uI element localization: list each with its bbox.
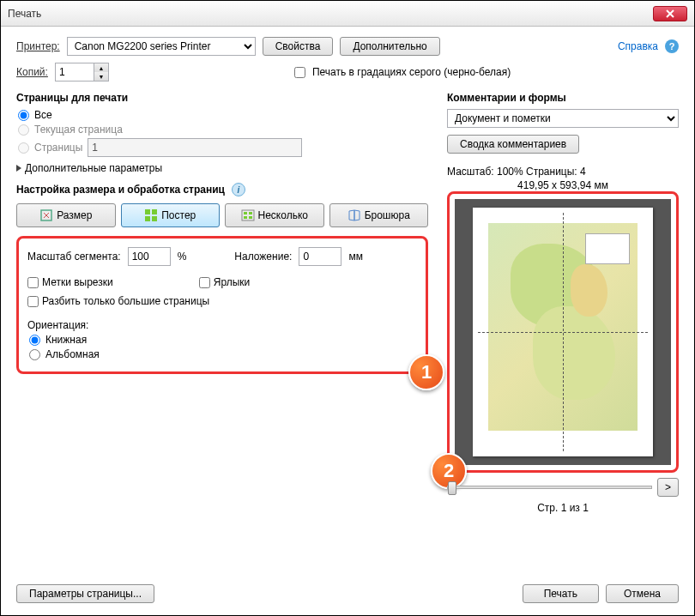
- radio-current-label: Текущая страница: [34, 124, 123, 136]
- printer-label: Принтер:: [16, 40, 60, 52]
- orientation-title: Ориентация:: [27, 319, 417, 331]
- copies-spinner[interactable]: ▲▼: [55, 63, 109, 82]
- close-icon: [666, 9, 674, 18]
- preview-highlight: 2: [447, 191, 679, 473]
- slider-thumb[interactable]: [448, 481, 456, 495]
- poster-icon: [144, 208, 158, 222]
- comments-dropdown[interactable]: Документ и пометки: [447, 109, 679, 128]
- close-button[interactable]: [653, 6, 687, 21]
- cut-marks-checkbox[interactable]: [27, 277, 39, 288]
- preview-dimensions: 419,95 x 593,94 мм: [447, 179, 679, 191]
- range-input: [88, 138, 302, 157]
- svg-rect-3: [145, 216, 150, 221]
- cancel-button[interactable]: Отмена: [606, 584, 679, 603]
- overlap-input[interactable]: [299, 247, 341, 266]
- preview-next-button[interactable]: >: [657, 478, 679, 497]
- scale-unit: %: [178, 251, 187, 263]
- landscape-label: Альбомная: [45, 348, 100, 360]
- preview-page: [473, 208, 653, 456]
- scale-input[interactable]: [128, 247, 171, 266]
- cut-marks-label: Метки вырезки: [42, 276, 113, 288]
- preview-pane: [455, 199, 671, 465]
- spinner-down-icon[interactable]: ▼: [94, 72, 108, 81]
- radio-portrait[interactable]: [29, 335, 40, 346]
- labels-label: Ярлыки: [214, 276, 251, 288]
- svg-rect-1: [145, 209, 150, 214]
- print-button[interactable]: Печать: [523, 584, 599, 603]
- split-large-checkbox[interactable]: [27, 296, 39, 307]
- svg-rect-5: [242, 210, 254, 220]
- tab-multiple[interactable]: Несколько: [225, 203, 324, 227]
- scale-label: Масштаб сегмента:: [27, 251, 121, 263]
- radio-range: [18, 142, 29, 154]
- booklet-icon: [348, 208, 361, 222]
- portrait-label: Книжная: [45, 334, 87, 346]
- size-section-title: Настройка размера и обработка страниц: [16, 184, 225, 196]
- svg-rect-9: [249, 216, 252, 219]
- multiple-icon: [241, 208, 255, 222]
- radio-range-label: Страницы: [34, 142, 82, 154]
- spinner-up-icon[interactable]: ▲: [94, 63, 108, 72]
- copies-label: Копий:: [16, 66, 48, 78]
- comments-summary-button[interactable]: Сводка комментариев: [447, 135, 579, 154]
- page-cut-horizontal: [478, 332, 648, 333]
- properties-button[interactable]: Свойства: [263, 37, 334, 56]
- titlebar: Печать: [1, 1, 694, 27]
- info-icon[interactable]: i: [232, 183, 245, 196]
- svg-rect-7: [249, 212, 252, 214]
- svg-rect-4: [152, 216, 157, 221]
- printer-select[interactable]: Canon MG2200 series Printer: [67, 37, 256, 56]
- radio-current: [18, 124, 29, 136]
- page-setup-button[interactable]: Параметры страницы...: [16, 584, 154, 603]
- radio-landscape[interactable]: [29, 349, 40, 360]
- split-large-label: Разбить только большие страницы: [42, 295, 209, 307]
- poster-settings-highlight: Масштаб сегмента: % Наложение: мм Метки …: [16, 236, 428, 374]
- size-icon: [39, 208, 53, 222]
- radio-all-label: Все: [34, 109, 52, 121]
- labels-checkbox[interactable]: [199, 277, 210, 288]
- svg-rect-6: [244, 212, 247, 214]
- preview-scale-text: Масштаб: 100% Страницы: 4: [447, 166, 679, 178]
- window-title: Печать: [8, 8, 653, 20]
- triangle-right-icon: [16, 165, 21, 172]
- tab-poster[interactable]: Постер: [121, 203, 221, 227]
- tab-size[interactable]: Размер: [16, 203, 116, 227]
- preview-page-info: Стр. 1 из 1: [447, 502, 679, 514]
- overlap-unit: мм: [348, 251, 363, 263]
- more-params-toggle[interactable]: Дополнительные параметры: [16, 162, 428, 174]
- comments-title: Комментарии и формы: [447, 92, 679, 104]
- badge-1: 1: [408, 354, 444, 390]
- preview-slider[interactable]: [447, 486, 652, 489]
- svg-rect-2: [152, 209, 157, 214]
- advanced-button[interactable]: Дополнительно: [340, 37, 439, 56]
- radio-all[interactable]: [18, 110, 29, 121]
- copies-input[interactable]: [55, 63, 94, 82]
- grayscale-label: Печать в градациях серого (черно-белая): [312, 66, 511, 78]
- help-link[interactable]: Справка: [618, 40, 658, 52]
- help-icon[interactable]: ?: [665, 39, 679, 53]
- tab-booklet[interactable]: Брошюра: [329, 203, 429, 227]
- pages-section-title: Страницы для печати: [16, 92, 428, 104]
- svg-rect-8: [244, 216, 247, 219]
- overlap-label: Наложение:: [234, 251, 292, 263]
- grayscale-checkbox[interactable]: [294, 67, 305, 78]
